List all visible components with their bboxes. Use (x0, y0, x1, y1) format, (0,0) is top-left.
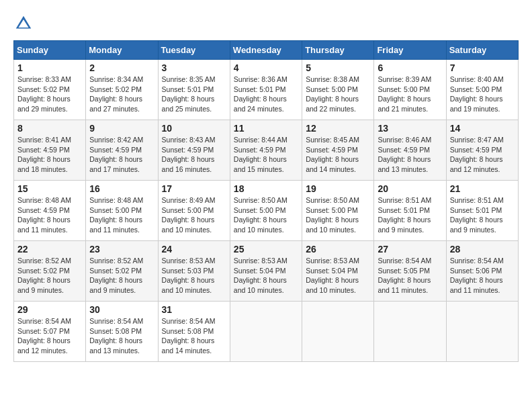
logo-icon (13, 13, 34, 34)
calendar-cell: 10Sunrise: 8:43 AMSunset: 4:59 PMDayligh… (158, 120, 230, 181)
day-info: Sunrise: 8:52 AMSunset: 5:02 PMDaylight:… (17, 256, 82, 295)
calendar-cell: 23Sunrise: 8:52 AMSunset: 5:02 PMDayligh… (86, 241, 158, 302)
calendar-cell: 15Sunrise: 8:48 AMSunset: 4:59 PMDayligh… (14, 181, 86, 241)
calendar-cell (374, 302, 446, 362)
calendar-cell: 18Sunrise: 8:50 AMSunset: 5:00 PMDayligh… (230, 181, 302, 241)
calendar-cell: 25Sunrise: 8:53 AMSunset: 5:04 PMDayligh… (230, 241, 302, 302)
calendar-cell: 3Sunrise: 8:35 AMSunset: 5:01 PMDaylight… (158, 60, 230, 120)
calendar-cell: 9Sunrise: 8:42 AMSunset: 4:59 PMDaylight… (86, 120, 158, 181)
day-info: Sunrise: 8:52 AMSunset: 5:02 PMDaylight:… (89, 256, 154, 295)
day-info: Sunrise: 8:48 AMSunset: 4:59 PMDaylight:… (17, 195, 82, 235)
calendar-table: SundayMondayTuesdayWednesdayThursdayFrid… (13, 40, 519, 362)
day-info: Sunrise: 8:54 AMSunset: 5:06 PMDaylight:… (450, 256, 515, 295)
calendar-cell: 5Sunrise: 8:38 AMSunset: 5:00 PMDaylight… (302, 60, 374, 120)
day-info: Sunrise: 8:54 AMSunset: 5:08 PMDaylight:… (89, 316, 154, 356)
calendar-cell: 19Sunrise: 8:50 AMSunset: 5:00 PMDayligh… (302, 181, 374, 241)
day-info: Sunrise: 8:36 AMSunset: 5:01 PMDaylight:… (234, 75, 298, 114)
day-number: 20 (378, 183, 442, 194)
logo (13, 13, 36, 34)
day-number: 11 (234, 123, 298, 134)
day-number: 19 (306, 183, 370, 194)
day-info: Sunrise: 8:34 AMSunset: 5:02 PMDaylight:… (89, 75, 154, 114)
day-info: Sunrise: 8:47 AMSunset: 4:59 PMDaylight:… (450, 135, 515, 175)
calendar-cell: 12Sunrise: 8:45 AMSunset: 4:59 PMDayligh… (302, 120, 374, 181)
day-number: 7 (450, 62, 515, 73)
calendar-cell: 11Sunrise: 8:44 AMSunset: 4:59 PMDayligh… (230, 120, 302, 181)
day-info: Sunrise: 8:54 AMSunset: 5:05 PMDaylight:… (378, 256, 442, 295)
day-number: 8 (17, 123, 82, 134)
day-number: 10 (162, 123, 226, 134)
day-of-week-header: Saturday (446, 41, 518, 60)
day-number: 4 (234, 62, 298, 73)
day-info: Sunrise: 8:40 AMSunset: 5:00 PMDaylight:… (450, 75, 515, 114)
calendar-cell: 20Sunrise: 8:51 AMSunset: 5:01 PMDayligh… (374, 181, 446, 241)
calendar-cell: 21Sunrise: 8:51 AMSunset: 5:01 PMDayligh… (446, 181, 518, 241)
day-info: Sunrise: 8:39 AMSunset: 5:00 PMDaylight:… (378, 75, 442, 114)
calendar-cell (446, 302, 518, 362)
calendar-cell: 27Sunrise: 8:54 AMSunset: 5:05 PMDayligh… (374, 241, 446, 302)
day-number: 29 (17, 304, 82, 315)
day-number: 13 (378, 123, 442, 134)
calendar-cell: 8Sunrise: 8:41 AMSunset: 4:59 PMDaylight… (14, 120, 86, 181)
calendar-cell: 31Sunrise: 8:54 AMSunset: 5:08 PMDayligh… (158, 302, 230, 362)
day-number: 26 (306, 244, 370, 255)
day-number: 16 (89, 183, 154, 194)
day-number: 1 (17, 62, 82, 73)
day-info: Sunrise: 8:53 AMSunset: 5:04 PMDaylight:… (234, 256, 298, 295)
day-of-week-header: Thursday (302, 41, 374, 60)
calendar-cell: 29Sunrise: 8:54 AMSunset: 5:07 PMDayligh… (14, 302, 86, 362)
day-number: 23 (89, 244, 154, 255)
day-number: 9 (89, 123, 154, 134)
day-info: Sunrise: 8:50 AMSunset: 5:00 PMDaylight:… (234, 195, 298, 235)
day-number: 28 (450, 244, 515, 255)
day-info: Sunrise: 8:33 AMSunset: 5:02 PMDaylight:… (17, 75, 82, 114)
day-number: 17 (162, 183, 226, 194)
calendar-cell: 26Sunrise: 8:53 AMSunset: 5:04 PMDayligh… (302, 241, 374, 302)
calendar-week-row: 22Sunrise: 8:52 AMSunset: 5:02 PMDayligh… (14, 241, 519, 302)
calendar-week-row: 8Sunrise: 8:41 AMSunset: 4:59 PMDaylight… (14, 120, 519, 181)
day-number: 5 (306, 62, 370, 73)
day-number: 21 (450, 183, 515, 194)
day-info: Sunrise: 8:45 AMSunset: 4:59 PMDaylight:… (306, 135, 370, 175)
calendar-cell: 16Sunrise: 8:48 AMSunset: 5:00 PMDayligh… (86, 181, 158, 241)
calendar-cell (230, 302, 302, 362)
day-info: Sunrise: 8:48 AMSunset: 5:00 PMDaylight:… (89, 195, 154, 235)
calendar-week-row: 29Sunrise: 8:54 AMSunset: 5:07 PMDayligh… (14, 302, 519, 362)
calendar-cell: 30Sunrise: 8:54 AMSunset: 5:08 PMDayligh… (86, 302, 158, 362)
day-number: 14 (450, 123, 515, 134)
day-info: Sunrise: 8:50 AMSunset: 5:00 PMDaylight:… (306, 195, 370, 235)
day-info: Sunrise: 8:49 AMSunset: 5:00 PMDaylight:… (162, 195, 226, 235)
calendar-cell: 1Sunrise: 8:33 AMSunset: 5:02 PMDaylight… (14, 60, 86, 120)
calendar-week-row: 1Sunrise: 8:33 AMSunset: 5:02 PMDaylight… (14, 60, 519, 120)
calendar-cell: 22Sunrise: 8:52 AMSunset: 5:02 PMDayligh… (14, 241, 86, 302)
day-info: Sunrise: 8:42 AMSunset: 4:59 PMDaylight:… (89, 135, 154, 175)
day-number: 12 (306, 123, 370, 134)
day-info: Sunrise: 8:38 AMSunset: 5:00 PMDaylight:… (306, 75, 370, 114)
day-info: Sunrise: 8:54 AMSunset: 5:07 PMDaylight:… (17, 316, 82, 356)
calendar-cell: 24Sunrise: 8:53 AMSunset: 5:03 PMDayligh… (158, 241, 230, 302)
calendar-cell (302, 302, 374, 362)
day-of-week-header: Sunday (14, 41, 86, 60)
day-number: 27 (378, 244, 442, 255)
calendar-cell: 28Sunrise: 8:54 AMSunset: 5:06 PMDayligh… (446, 241, 518, 302)
day-info: Sunrise: 8:53 AMSunset: 5:03 PMDaylight:… (162, 256, 226, 295)
calendar-cell: 4Sunrise: 8:36 AMSunset: 5:01 PMDaylight… (230, 60, 302, 120)
calendar-cell: 13Sunrise: 8:46 AMSunset: 4:59 PMDayligh… (374, 120, 446, 181)
day-info: Sunrise: 8:41 AMSunset: 4:59 PMDaylight:… (17, 135, 82, 175)
calendar-cell: 17Sunrise: 8:49 AMSunset: 5:00 PMDayligh… (158, 181, 230, 241)
day-of-week-header: Friday (374, 41, 446, 60)
day-of-week-header: Monday (86, 41, 158, 60)
day-info: Sunrise: 8:44 AMSunset: 4:59 PMDaylight:… (234, 135, 298, 175)
page-header (13, 13, 519, 34)
day-number: 30 (89, 304, 154, 315)
day-info: Sunrise: 8:51 AMSunset: 5:01 PMDaylight:… (378, 195, 442, 235)
day-of-week-header: Wednesday (230, 41, 302, 60)
day-info: Sunrise: 8:43 AMSunset: 4:59 PMDaylight:… (162, 135, 226, 175)
calendar-cell: 6Sunrise: 8:39 AMSunset: 5:00 PMDaylight… (374, 60, 446, 120)
day-info: Sunrise: 8:35 AMSunset: 5:01 PMDaylight:… (162, 75, 226, 114)
day-number: 6 (378, 62, 442, 73)
calendar-cell: 14Sunrise: 8:47 AMSunset: 4:59 PMDayligh… (446, 120, 518, 181)
calendar-cell: 7Sunrise: 8:40 AMSunset: 5:00 PMDaylight… (446, 60, 518, 120)
day-info: Sunrise: 8:54 AMSunset: 5:08 PMDaylight:… (162, 316, 226, 356)
day-number: 31 (162, 304, 226, 315)
